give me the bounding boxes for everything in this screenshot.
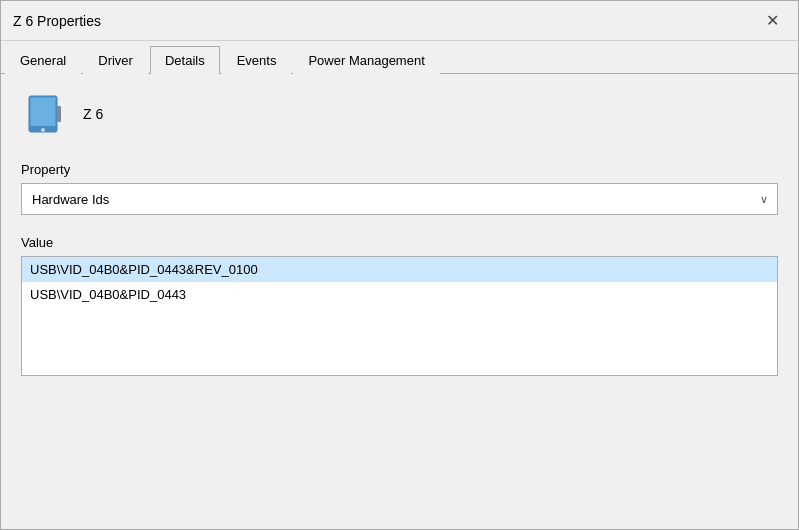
device-icon <box>21 90 69 138</box>
tab-bar: General Driver Details Events Power Mana… <box>1 41 798 74</box>
device-header: Z 6 <box>21 90 778 138</box>
tab-content: Z 6 Property Hardware Ids Device Descrip… <box>1 74 798 529</box>
value-list: USB\VID_04B0&PID_0443&REV_0100 USB\VID_0… <box>21 256 778 376</box>
device-name: Z 6 <box>83 106 103 122</box>
window-title: Z 6 Properties <box>13 13 101 29</box>
value-item-1[interactable]: USB\VID_04B0&PID_0443 <box>22 282 777 307</box>
tab-details[interactable]: Details <box>150 46 220 74</box>
property-dropdown-container: Hardware Ids Device Description Device I… <box>21 183 778 215</box>
tab-driver[interactable]: Driver <box>83 46 148 74</box>
properties-window: Z 6 Properties ✕ General Driver Details … <box>0 0 799 530</box>
property-dropdown[interactable]: Hardware Ids Device Description Device I… <box>21 183 778 215</box>
value-label: Value <box>21 235 778 250</box>
value-item-0[interactable]: USB\VID_04B0&PID_0443&REV_0100 <box>22 257 777 282</box>
tab-events[interactable]: Events <box>222 46 292 74</box>
device-svg-icon <box>21 90 69 138</box>
svg-point-4 <box>41 128 45 132</box>
property-label: Property <box>21 162 778 177</box>
svg-rect-2 <box>31 98 55 126</box>
value-section: Value USB\VID_04B0&PID_0443&REV_0100 USB… <box>21 235 778 376</box>
title-bar: Z 6 Properties ✕ <box>1 1 798 41</box>
property-section: Property Hardware Ids Device Description… <box>21 162 778 215</box>
tab-power-management[interactable]: Power Management <box>293 46 439 74</box>
svg-rect-5 <box>57 106 61 122</box>
tab-general[interactable]: General <box>5 46 81 74</box>
close-button[interactable]: ✕ <box>758 7 786 35</box>
